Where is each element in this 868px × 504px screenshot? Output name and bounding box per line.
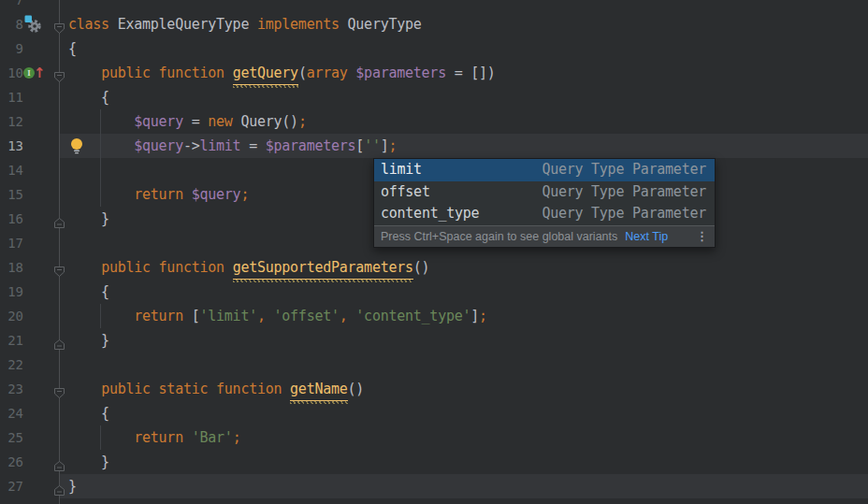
code-token: }: [68, 332, 109, 349]
completion-hint-text: Press Ctrl+Space again to see global var…: [381, 230, 617, 243]
completion-item[interactable]: content_typeQuery Type Parameter: [374, 203, 715, 225]
code-token: 'Bar': [192, 429, 233, 446]
code-token: return: [134, 308, 183, 324]
code-token: ;: [479, 308, 487, 324]
completion-item-type: Query Type Parameter: [542, 181, 706, 204]
code-token: getName: [290, 378, 347, 401]
code-line: 23 public static function getName(): [0, 377, 868, 401]
code-line: 18 public function getSupportedParameter…: [0, 255, 868, 280]
settings-gutter-icon[interactable]: [22, 14, 45, 35]
code-token: [68, 113, 134, 130]
code-token: limit: [200, 137, 241, 154]
code-line-text[interactable]: $query = new Query();: [68, 109, 307, 134]
code-token: '': [364, 137, 381, 154]
code-line: 26 }: [0, 450, 868, 474]
code-line-text[interactable]: {: [68, 36, 77, 61]
fold-end-icon: [53, 338, 65, 351]
code-token: [151, 65, 159, 81]
more-options-icon[interactable]: ⋮: [696, 226, 708, 247]
gutter-icon-slot: [22, 12, 44, 36]
line-number: 9: [0, 36, 23, 61]
completion-item-type: Query Type Parameter: [542, 159, 706, 181]
code-token: {: [68, 283, 109, 300]
completion-item-type: Query Type Parameter: [542, 203, 706, 225]
code-line: 10 I ↑ public function getQuery(array $p…: [0, 61, 868, 85]
code-line: 13 $query->limit = $parameters[''];: [0, 134, 868, 158]
code-token: $query: [134, 113, 183, 130]
code-line-text[interactable]: return $query;: [68, 182, 249, 207]
line-number: 27: [0, 474, 23, 498]
code-token: QueryType: [340, 16, 422, 33]
completion-footer: Press Ctrl+Space again to see global var…: [374, 225, 715, 247]
line-number: 11: [0, 85, 23, 109]
fold-end-icon: [53, 460, 65, 472]
code-token: $parameters: [266, 137, 356, 154]
code-line-text[interactable]: {: [68, 401, 109, 425]
line-number: 13: [0, 134, 23, 158]
code-token: public: [101, 65, 151, 81]
code-line: 9{: [0, 36, 868, 61]
code-line-text[interactable]: {: [68, 85, 109, 109]
code-token: getSupportedParameters: [233, 256, 413, 280]
code-token: $query: [192, 186, 241, 203]
code-token: [: [183, 308, 200, 324]
fold-open-icon: [53, 22, 65, 35]
completion-item[interactable]: limitQuery Type Parameter: [374, 159, 715, 181]
code-token: 'offset': [274, 308, 340, 324]
code-token: [224, 65, 233, 81]
code-line: 7: [0, 0, 868, 12]
code-line-text[interactable]: $query->limit = $parameters[''];: [68, 134, 397, 158]
code-line-text[interactable]: public function getQuery(array $paramete…: [68, 61, 496, 85]
line-number: 14: [0, 158, 23, 182]
code-line-text[interactable]: }: [68, 207, 109, 231]
code-line-text[interactable]: }: [68, 474, 77, 498]
code-editor[interactable]: 78 class ExampleQueryType implements Que…: [0, 0, 868, 504]
fold-marker[interactable]: [53, 261, 65, 273]
code-token: getQuery: [233, 62, 298, 85]
code-token: (: [298, 65, 307, 81]
code-line-text[interactable]: public static function getName(): [68, 377, 364, 401]
fold-marker[interactable]: [53, 212, 65, 224]
code-token: ,: [340, 308, 348, 324]
code-token: ExampleQueryType: [109, 16, 257, 33]
line-number: 21: [0, 328, 23, 353]
code-token: public: [101, 381, 151, 397]
code-token: static: [159, 381, 209, 397]
code-token: ]: [470, 308, 479, 324]
code-token: Query(): [233, 113, 298, 130]
fold-marker[interactable]: [53, 66, 65, 79]
code-token: 'content_type': [355, 308, 470, 324]
next-tip-link[interactable]: Next Tip: [625, 230, 668, 243]
code-token: {: [68, 40, 77, 57]
code-line-text[interactable]: }: [68, 328, 109, 353]
implements-gutter-icon[interactable]: I ↑: [22, 61, 44, 85]
code-token: {: [68, 405, 109, 422]
fold-marker[interactable]: [53, 455, 65, 468]
code-token: }: [68, 478, 77, 495]
code-token: [68, 381, 101, 397]
code-token: function: [159, 65, 224, 81]
fold-marker[interactable]: [53, 18, 65, 30]
completion-item-name: content_type: [381, 203, 479, 225]
code-token: =: [183, 113, 208, 130]
code-line-text[interactable]: {: [68, 280, 109, 304]
code-token: [183, 186, 192, 203]
code-line-text[interactable]: }: [68, 450, 109, 474]
code-token: [266, 308, 274, 324]
code-line-text[interactable]: return 'Bar';: [68, 425, 240, 450]
line-number: 23: [0, 377, 23, 401]
code-token: }: [68, 210, 109, 227]
intention-bulb-icon[interactable]: [69, 137, 84, 154]
fold-marker[interactable]: [53, 334, 65, 346]
code-token: ;: [298, 113, 307, 130]
code-token: implements: [257, 16, 340, 33]
completion-item[interactable]: offsetQuery Type Parameter: [374, 181, 715, 204]
completion-popup: limitQuery Type ParameteroffsetQuery Typ…: [373, 158, 716, 248]
code-line-text[interactable]: return ['limit', 'offset', 'content_type…: [68, 304, 487, 328]
fold-marker[interactable]: [53, 480, 65, 492]
line-number: 7: [0, 0, 23, 12]
code-line-text[interactable]: public function getSupportedParameters(): [68, 255, 429, 280]
line-number: 10: [0, 61, 23, 85]
code-line-text[interactable]: class ExampleQueryType implements QueryT…: [68, 12, 422, 36]
fold-marker[interactable]: [53, 382, 65, 395]
